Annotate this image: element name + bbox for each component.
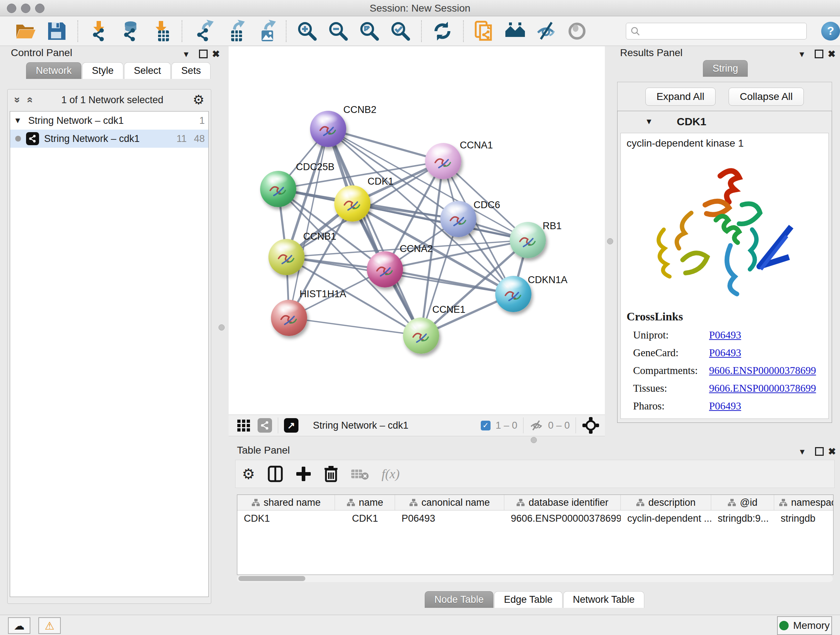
open-in-new-window-icon[interactable]: ↗ <box>284 418 298 432</box>
collection-expand-caret[interactable]: ▼ <box>14 116 28 125</box>
save-session-button[interactable] <box>45 19 68 43</box>
refresh-button[interactable] <box>431 19 454 43</box>
table-panel-menu-caret[interactable]: ▾ <box>800 446 805 457</box>
node-CCNB1[interactable] <box>268 239 305 275</box>
table-cell[interactable]: stringdb <box>774 513 834 524</box>
zoom-out-button[interactable] <box>327 19 350 43</box>
column-header-canonical-name[interactable]: canonical name <box>395 495 504 510</box>
collapse-all-networks-icon[interactable]: » <box>11 97 24 103</box>
export-image-button[interactable] <box>254 19 277 43</box>
results-panel-float-icon[interactable] <box>815 50 823 58</box>
scrollbar-thumb[interactable] <box>238 576 305 581</box>
network-collection-row[interactable]: ▼ String Network – cdk1 1 <box>10 111 208 130</box>
crosslink-link[interactable]: 9606.ENSP00000378699 <box>709 382 816 394</box>
tab-network-table[interactable]: Network Table <box>563 591 645 608</box>
add-column-icon[interactable] <box>295 466 311 482</box>
export-network-button[interactable] <box>191 19 215 43</box>
table-row[interactable]: CDK1CDK1P064939606.ENSP00000378699cyclin… <box>237 510 833 526</box>
copy-share-button[interactable] <box>473 19 496 43</box>
cloud-status-button[interactable]: ☁ <box>8 617 30 634</box>
tab-network[interactable]: Network <box>26 62 81 79</box>
node-CDC6[interactable] <box>440 201 477 237</box>
left-splitter-handle[interactable] <box>218 325 225 331</box>
column-header-@id[interactable]: @id <box>711 495 774 510</box>
search-input[interactable] <box>643 25 800 37</box>
table-cell[interactable]: CDK1 <box>335 513 395 524</box>
node-CCNA2[interactable] <box>367 251 403 287</box>
node-CDK1[interactable] <box>334 185 370 222</box>
import-table-button[interactable] <box>149 19 172 43</box>
crosslink-link[interactable]: P06493 <box>709 347 741 359</box>
network-row[interactable]: String Network – cdk1 11 48 <box>10 130 208 148</box>
split-columns-icon[interactable] <box>267 465 283 483</box>
table-cell[interactable]: CDK1 <box>237 513 335 524</box>
table-cell[interactable]: P06493 <box>395 513 504 524</box>
zoom-in-button[interactable] <box>295 19 319 43</box>
network-options-gear-icon[interactable]: ⚙ <box>193 92 204 108</box>
collapse-all-button[interactable]: Collapse All <box>729 88 804 106</box>
tab-sets[interactable]: Sets <box>172 62 210 79</box>
import-network-file-button[interactable] <box>87 19 111 43</box>
node-CCNB2[interactable] <box>310 111 346 147</box>
table-cell[interactable]: stringdb:9... <box>711 513 774 524</box>
expand-all-button[interactable]: Expand All <box>645 88 715 106</box>
network-view[interactable]: CCNB2 CCNA1 CDC25B CDK1 CDC6 RB1 <box>229 46 605 415</box>
column-header-shared-name[interactable]: shared name <box>237 495 335 510</box>
table-panel-close-icon[interactable]: ✖ <box>828 446 836 457</box>
expand-all-networks-icon[interactable]: » <box>23 97 35 103</box>
zoom-fit-button[interactable] <box>358 19 381 43</box>
birds-eye-grid-icon[interactable] <box>236 417 252 433</box>
delete-column-icon[interactable] <box>324 465 338 483</box>
crosslink-link[interactable]: 9606.ENSP00000378699 <box>709 364 816 377</box>
home-button[interactable] <box>504 19 527 43</box>
column-header-namespace[interactable]: namespace <box>774 495 834 510</box>
node-CDC25B[interactable] <box>260 171 296 207</box>
hide-selection-icon <box>535 19 558 43</box>
search-icon <box>630 27 640 36</box>
table-cell[interactable]: 9606.ENSP00000378699 <box>504 513 621 524</box>
node-structure-art <box>275 248 298 268</box>
hide-selection-button[interactable] <box>535 19 558 43</box>
table-cell[interactable]: cyclin-dependent ... <box>621 513 711 524</box>
search-box[interactable] <box>626 23 807 40</box>
fit-selected-crosshair-icon[interactable] <box>582 416 600 434</box>
column-header-description[interactable]: description <box>621 495 711 510</box>
control-panel-menu-caret[interactable]: ▾ <box>184 49 188 60</box>
node-HIST1H1A[interactable] <box>271 300 307 336</box>
import-network-database-button[interactable] <box>118 19 141 43</box>
protein-collapse-caret[interactable]: ▼ <box>645 117 653 126</box>
network-type-icon[interactable] <box>257 418 272 432</box>
crosslink-link[interactable]: P06493 <box>709 329 741 341</box>
warning-status-button[interactable]: ⚠ <box>38 617 61 634</box>
results-panel-menu-caret[interactable]: ▾ <box>799 49 804 60</box>
results-panel-close-icon[interactable]: ✖ <box>828 49 836 60</box>
node-CDKN1A[interactable] <box>495 276 531 312</box>
table-settings-icon[interactable]: ⚙ <box>242 466 255 482</box>
results-panel: Results Panel ▾ ✖ String Expand All Coll… <box>615 47 836 443</box>
export-table-button[interactable] <box>223 19 246 43</box>
node-RB1[interactable] <box>510 222 546 258</box>
node-CCNA1[interactable] <box>425 143 461 179</box>
selected-checkbox-icon[interactable]: ✓ <box>481 421 491 431</box>
column-header-name[interactable]: name <box>335 495 395 510</box>
bottom-splitter-handle[interactable] <box>531 437 537 443</box>
tab-style[interactable]: Style <box>82 62 123 79</box>
tab-node-table[interactable]: Node Table <box>425 591 493 608</box>
help-button[interactable]: ? <box>821 22 840 41</box>
right-splitter-handle[interactable] <box>607 238 613 244</box>
crosslink-link[interactable]: P06493 <box>709 400 741 412</box>
node-CCNE1[interactable] <box>403 318 439 354</box>
control-panel-float-icon[interactable] <box>199 50 208 58</box>
control-panel-close-icon[interactable]: ✖ <box>212 49 220 60</box>
zoom-selected-button[interactable] <box>389 19 412 43</box>
show-all-button[interactable] <box>566 19 589 43</box>
collection-label: String Network – cdk1 <box>28 115 124 126</box>
table-panel-float-icon[interactable] <box>815 447 824 456</box>
tab-edge-table[interactable]: Edge Table <box>494 591 562 608</box>
memory-button[interactable]: Memory <box>777 616 832 635</box>
column-header-database-identifier[interactable]: database identifier <box>504 495 621 510</box>
tab-select[interactable]: Select <box>124 62 171 79</box>
table-horizontal-scrollbar[interactable] <box>237 575 833 582</box>
tab-string[interactable]: String <box>703 60 748 77</box>
open-session-button[interactable] <box>14 19 37 43</box>
